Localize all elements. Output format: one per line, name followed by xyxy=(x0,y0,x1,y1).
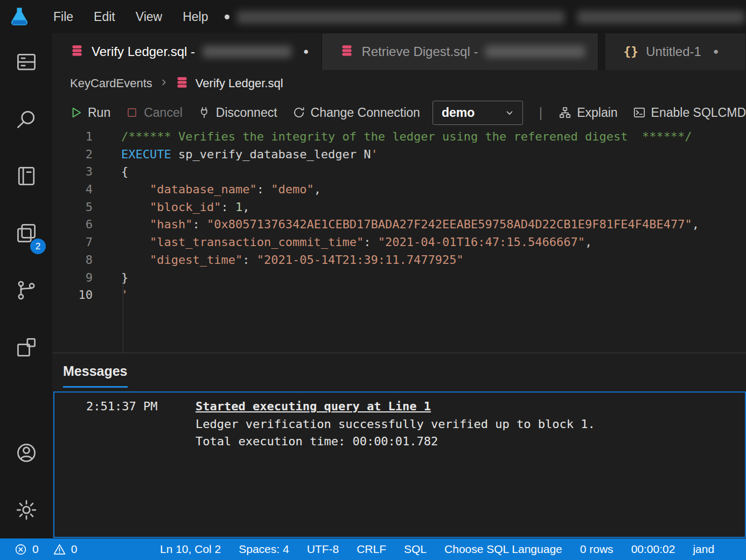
notebooks-icon[interactable] xyxy=(0,148,52,205)
title-unsaved-dot xyxy=(225,15,229,19)
run-button[interactable]: Run xyxy=(69,106,110,120)
menu-view[interactable]: View xyxy=(126,0,172,33)
error-icon xyxy=(14,543,27,556)
dirty-indicator[interactable]: ● xyxy=(303,46,309,57)
redacted-tab-text xyxy=(485,46,585,58)
sqlcmd-icon xyxy=(632,106,646,120)
breadcrumb-file[interactable]: Verify Ledger.sql xyxy=(196,76,283,90)
connections-icon[interactable] xyxy=(0,33,52,90)
tab-label: Untitled-1 xyxy=(646,44,701,59)
account-name[interactable]: jand xyxy=(693,543,714,556)
code-text: { xyxy=(121,163,128,181)
code-line[interactable]: 1/****** Verifies the integrity of the l… xyxy=(52,128,746,146)
line-number: 2 xyxy=(52,146,93,164)
choose-language[interactable]: Choose SQL Language xyxy=(444,543,562,556)
chevron-right-icon xyxy=(159,78,169,89)
line-number: 9 xyxy=(52,269,93,287)
database-icon xyxy=(175,75,189,92)
line-number: 10 xyxy=(52,286,93,304)
language-mode[interactable]: SQL xyxy=(404,543,427,556)
eol-setting[interactable]: CRLF xyxy=(357,543,386,556)
braces-icon: {} xyxy=(623,45,638,59)
encoding[interactable]: UTF-8 xyxy=(307,543,339,556)
message-entry: 2:51:37 PMStarted executing query at Lin… xyxy=(54,393,745,451)
app-logo-icon[interactable] xyxy=(8,5,31,29)
line-number: 1 xyxy=(52,128,93,146)
cursor-position[interactable]: Ln 10, Col 2 xyxy=(160,543,221,556)
cancel-button[interactable]: Cancel xyxy=(125,106,183,120)
panel-header: Messages xyxy=(52,353,746,391)
refresh-connection-icon xyxy=(292,106,306,120)
redacted-window-title-suffix xyxy=(577,11,744,24)
menu-help[interactable]: Help xyxy=(172,0,218,33)
tab-untitled-1[interactable]: {} Untitled-1 ● xyxy=(605,33,746,70)
problems-summary[interactable]: 0 0 xyxy=(14,538,77,560)
tab-label: Retrieve Digest.sql - xyxy=(361,44,478,59)
dirty-indicator[interactable]: ● xyxy=(713,46,719,57)
message-line: Total execution time: 00:00:01.782 xyxy=(196,433,595,451)
menu-bar: File Edit View Help xyxy=(0,0,746,33)
breadcrumb: KeyCardEvents Verify Ledger.sql xyxy=(52,70,746,97)
line-number: 7 xyxy=(52,234,93,251)
disconnect-button[interactable]: Disconnect xyxy=(197,106,277,120)
code-editor[interactable]: 1/****** Verifies the integrity of the l… xyxy=(52,128,746,353)
line-number: 6 xyxy=(52,216,93,234)
database-icon xyxy=(340,44,354,60)
tab-messages[interactable]: Messages xyxy=(63,363,128,381)
editor-lines: 1/****** Verifies the integrity of the l… xyxy=(52,128,746,304)
status-items: Ln 10, Col 2 Spaces: 4 UTF-8 CRLF SQL Ch… xyxy=(160,538,714,560)
database-select-value: demo xyxy=(442,106,503,120)
message-timestamp: 2:51:37 PM xyxy=(54,398,196,451)
code-text: ' xyxy=(121,286,128,304)
activity-badge: 2 xyxy=(30,239,46,254)
plug-icon xyxy=(197,106,211,120)
code-line[interactable]: 8 "digest_time": "2021-05-14T21:39:11.74… xyxy=(52,251,746,269)
search-icon[interactable] xyxy=(0,90,52,148)
code-line[interactable]: 9} xyxy=(52,269,746,287)
code-line[interactable]: 4 "database_name": "demo", xyxy=(52,181,746,199)
account-icon[interactable] xyxy=(0,424,52,481)
tab-retrieve-digest[interactable]: Retrieve Digest.sql - xyxy=(322,33,598,70)
menu-file[interactable]: File xyxy=(43,0,83,33)
redacted-window-title xyxy=(237,11,564,24)
database-select[interactable]: demo xyxy=(433,101,523,125)
results-panel: Messages 2:51:37 PMStarted executing que… xyxy=(52,353,746,538)
code-line[interactable]: 10' xyxy=(52,286,746,304)
line-number: 5 xyxy=(52,199,93,216)
code-line[interactable]: 2EXECUTE sp_verify_database_ledger N' xyxy=(52,146,746,164)
enable-sqlcmd-button[interactable]: Enable SQLCMD xyxy=(632,106,746,120)
change-connection-button[interactable]: Change Connection xyxy=(292,106,420,120)
code-text: } xyxy=(121,269,128,287)
breadcrumb-folder[interactable]: KeyCardEvents xyxy=(70,76,152,90)
settings-gear-icon[interactable] xyxy=(0,481,52,538)
extensions-icon[interactable] xyxy=(0,319,52,376)
warning-icon xyxy=(53,543,66,556)
code-line[interactable]: 6 "hash": "0x80571376342AE1CEBD17BADA27F… xyxy=(52,216,746,234)
error-count: 0 xyxy=(32,543,39,556)
explain-button[interactable]: Explain xyxy=(558,106,617,120)
code-text: /****** Verifies the integrity of the le… xyxy=(121,128,692,146)
code-line[interactable]: 7 "last_transaction_commit_time": "2021-… xyxy=(52,234,746,251)
database-icon xyxy=(70,44,84,60)
query-duration: 00:00:02 xyxy=(631,543,675,556)
code-text: "block_id": 1, xyxy=(121,199,249,216)
hierarchy-icon xyxy=(558,106,572,120)
messages-body[interactable]: 2:51:37 PMStarted executing query at Lin… xyxy=(53,391,746,538)
code-line[interactable]: 5 "block_id": 1, xyxy=(52,199,746,216)
query-toolbar: Run Cancel Disconnect Change Connection … xyxy=(52,97,746,128)
copy-pages-icon[interactable]: 2 xyxy=(0,205,52,262)
row-count: 0 rows xyxy=(580,543,613,556)
tab-verify-ledger[interactable]: Verify Ledger.sql - ● xyxy=(52,33,322,70)
chevron-down-icon xyxy=(503,106,516,119)
indent-setting[interactable]: Spaces: 4 xyxy=(239,543,289,556)
code-line[interactable]: 3{ xyxy=(52,163,746,181)
source-control-icon[interactable] xyxy=(0,262,52,319)
code-text: "last_transaction_commit_time": "2021-04… xyxy=(121,234,592,251)
code-text: "digest_time": "2021-05-14T21:39:11.7477… xyxy=(121,251,464,269)
line-number: 3 xyxy=(52,163,93,181)
stop-icon xyxy=(125,106,139,120)
status-bar: 0 0 Ln 10, Col 2 Spaces: 4 UTF-8 CRLF SQ… xyxy=(0,538,746,560)
run-icon xyxy=(69,106,83,120)
main-area: Verify Ledger.sql - ● Retrieve Digest.sq… xyxy=(52,33,746,538)
menu-edit[interactable]: Edit xyxy=(83,0,126,33)
